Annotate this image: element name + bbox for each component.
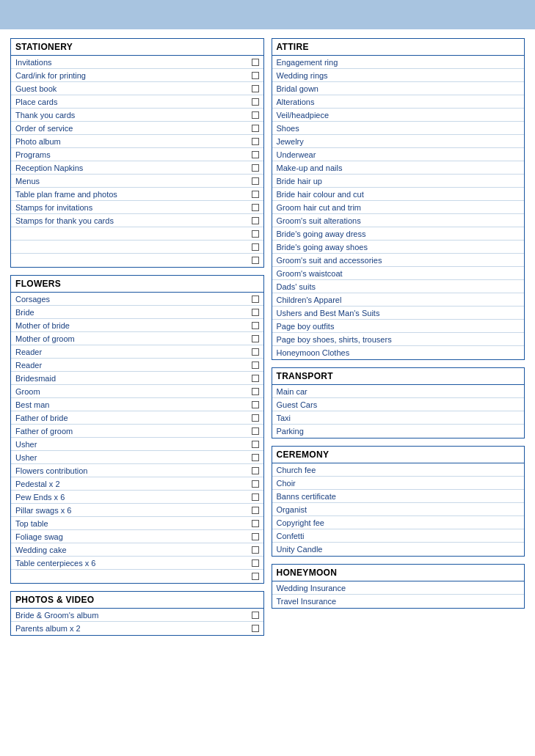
item-checkbox[interactable] xyxy=(252,507,259,514)
item-checkbox[interactable] xyxy=(252,230,259,238)
item-row: Pedestal x 2 xyxy=(11,477,263,491)
item-checkbox[interactable] xyxy=(252,520,259,527)
item-row: Shoes xyxy=(272,122,525,135)
item-checkbox[interactable] xyxy=(252,427,259,435)
item-checkbox[interactable] xyxy=(252,467,259,474)
item-row: Bridesmaid xyxy=(11,372,263,385)
item-label: Taxi xyxy=(277,414,520,422)
item-checkbox[interactable] xyxy=(252,98,259,106)
item-checkbox[interactable] xyxy=(252,138,259,145)
item-row: Engagement ring xyxy=(272,56,525,69)
item-checkbox[interactable] xyxy=(252,296,259,303)
item-checkbox[interactable] xyxy=(252,164,259,172)
item-checkbox[interactable] xyxy=(252,362,259,369)
item-row: Bride hair up xyxy=(272,175,525,188)
item-checkbox[interactable] xyxy=(252,348,259,356)
item-label: Bridal gown xyxy=(277,84,520,93)
item-label: Jewelry xyxy=(277,137,520,146)
item-row: Unity Candle xyxy=(272,543,525,556)
item-label: Organist xyxy=(277,505,520,514)
item-checkbox[interactable] xyxy=(252,151,259,158)
item-checkbox[interactable] xyxy=(252,559,259,567)
item-label: Mother of groom xyxy=(15,334,249,343)
item-label: Pillar swags x 6 xyxy=(15,506,249,515)
item-label: Page boy shoes, shirts, trousers xyxy=(277,335,520,344)
item-label: Reception Napkins xyxy=(15,164,249,172)
item-row: Best man xyxy=(11,398,263,411)
item-label: Card/ink for printing xyxy=(15,71,249,80)
item-checkbox[interactable] xyxy=(252,335,259,342)
item-checkbox[interactable] xyxy=(252,533,259,540)
item-label: Copyright fee xyxy=(277,518,520,527)
item-label: Alterations xyxy=(277,98,520,106)
item-checkbox[interactable] xyxy=(252,454,259,461)
item-label: Bride's going away shoes xyxy=(277,243,520,252)
item-checkbox[interactable] xyxy=(252,243,259,251)
item-label: Guest book xyxy=(15,84,249,93)
item-checkbox[interactable] xyxy=(252,388,259,395)
item-label: Bride hair colour and cut xyxy=(277,190,520,199)
item-row: Thank you cards xyxy=(11,109,263,122)
item-label: Bridesmaid xyxy=(15,374,249,383)
item-row: Groom's waistcoat xyxy=(272,267,525,280)
item-checkbox[interactable] xyxy=(252,322,259,329)
item-checkbox[interactable] xyxy=(252,625,259,632)
item-row: Veil/headpiece xyxy=(272,109,525,122)
item-checkbox[interactable] xyxy=(252,204,259,211)
item-checkbox[interactable] xyxy=(252,72,259,79)
item-label: Best man xyxy=(15,400,249,409)
item-label: Ushers and Best Man's Suits xyxy=(277,309,520,318)
section-honeymoon: HONEYMOONWedding InsuranceTravel Insuran… xyxy=(272,564,525,609)
item-label: Mother of bride xyxy=(15,321,249,330)
item-label: Church fee xyxy=(277,466,520,474)
item-label: Groom hair cut and trim xyxy=(277,203,520,212)
item-row: Stamps for thank you cards xyxy=(11,214,263,227)
item-row: Parking xyxy=(272,425,525,438)
item-checkbox[interactable] xyxy=(252,375,259,382)
item-checkbox[interactable] xyxy=(252,401,259,408)
section-ceremony: CEREMONYChurch feeChoirBanns certificate… xyxy=(272,446,525,557)
item-checkbox[interactable] xyxy=(252,125,259,132)
item-checkbox[interactable] xyxy=(252,493,259,501)
item-checkbox[interactable] xyxy=(252,257,259,264)
section-title-ceremony: CEREMONY xyxy=(272,447,525,463)
item-checkbox[interactable] xyxy=(252,573,259,580)
item-checkbox[interactable] xyxy=(252,85,259,92)
item-label: Travel Insurance xyxy=(277,597,520,606)
item-row: Bride's going away dress xyxy=(272,227,525,241)
item-label: Top table xyxy=(15,519,249,528)
item-checkbox[interactable] xyxy=(252,191,259,198)
item-row: Order of service xyxy=(11,122,263,135)
item-checkbox[interactable] xyxy=(252,111,259,119)
item-row: Copyright fee xyxy=(272,516,525,529)
item-checkbox[interactable] xyxy=(252,441,259,448)
item-row: Reader xyxy=(11,359,263,372)
item-checkbox[interactable] xyxy=(252,59,259,66)
item-checkbox[interactable] xyxy=(252,612,259,619)
item-row: Groom's suit alterations xyxy=(272,214,525,227)
section-transport: TRANSPORTMain carGuest CarsTaxiParking xyxy=(272,367,525,438)
item-checkbox[interactable] xyxy=(252,217,259,224)
item-row xyxy=(11,227,263,241)
item-row: Bridal gown xyxy=(272,82,525,95)
item-label: Main car xyxy=(277,387,520,396)
item-checkbox[interactable] xyxy=(252,177,259,185)
item-label: Wedding Insurance xyxy=(277,584,520,592)
item-label: Place cards xyxy=(15,98,249,106)
item-row: Stamps for invitations xyxy=(11,201,263,214)
item-row: Programs xyxy=(11,148,263,161)
item-checkbox[interactable] xyxy=(252,546,259,554)
item-row: Groom xyxy=(11,385,263,398)
item-checkbox[interactable] xyxy=(252,414,259,422)
item-label: Wedding rings xyxy=(277,71,520,80)
item-row: Photo album xyxy=(11,135,263,148)
item-label: Shoes xyxy=(277,124,520,133)
item-row: Make-up and nails xyxy=(272,161,525,175)
item-checkbox[interactable] xyxy=(252,480,259,488)
section-title-stationery: STATIONERY xyxy=(11,39,263,56)
item-label: Confetti xyxy=(277,532,520,540)
item-label: Thank you cards xyxy=(15,111,249,120)
item-checkbox[interactable] xyxy=(252,309,259,316)
item-label: Groom's suit alterations xyxy=(277,216,520,225)
item-row: Card/ink for printing xyxy=(11,69,263,82)
